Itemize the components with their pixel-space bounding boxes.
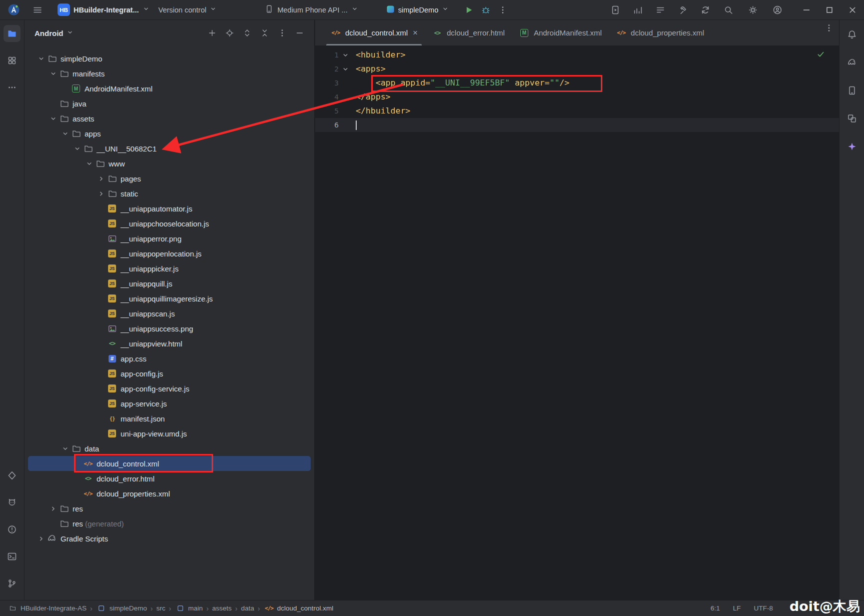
inspections-ok-icon[interactable] <box>816 50 825 60</box>
project-widget[interactable]: HB HBuilder-Integrat... <box>53 2 154 18</box>
device-manager-icon[interactable] <box>843 82 860 99</box>
chevron-collapsed-icon[interactable] <box>48 504 59 514</box>
chevron-expanded-icon[interactable] <box>48 68 59 79</box>
tree-item-res[interactable]: res <box>28 501 311 516</box>
tree-item-uni-50682c1[interactable]: __UNI__50682C1 <box>28 141 311 156</box>
editor-options-icon[interactable] <box>819 20 839 36</box>
locate-file-icon[interactable] <box>223 26 236 40</box>
logcat-icon[interactable] <box>653 2 668 18</box>
caret-position-widget[interactable]: 6:1 <box>710 604 720 612</box>
tree-item-uniappchooselocation-js[interactable]: JS__uniappchooselocation.js <box>28 216 311 231</box>
breadcrumb-item-src[interactable]: src <box>156 604 165 612</box>
settings-icon[interactable] <box>744 2 761 18</box>
tree-item-pages[interactable]: pages <box>28 171 311 186</box>
chevron-collapsed-icon[interactable] <box>96 174 107 184</box>
maximize-button[interactable] <box>818 0 841 20</box>
device-selector[interactable]: Medium Phone API ... <box>260 2 362 18</box>
chevron-expanded-icon[interactable] <box>60 444 71 454</box>
tab-dcloud-properties-xml[interactable]: </>dcloud_properties.xml <box>609 20 711 46</box>
fold-toggle-icon[interactable] <box>339 66 352 73</box>
running-devices-icon[interactable] <box>608 2 623 18</box>
add-icon[interactable] <box>206 26 219 40</box>
problems-icon[interactable] <box>4 521 21 538</box>
code-line-5[interactable]: 5</hbuilder> <box>315 104 839 118</box>
terminal-icon[interactable] <box>4 548 21 565</box>
chevron-expanded-icon[interactable] <box>36 54 47 64</box>
sync-project-icon[interactable] <box>698 2 713 18</box>
code-line-1[interactable]: 1<hbuilder> <box>315 48 839 62</box>
chevron-expanded-icon[interactable] <box>84 158 95 169</box>
tree-item-app-config-service-js[interactable]: JSapp-config-service.js <box>28 381 311 396</box>
run-button[interactable] <box>460 2 477 18</box>
expand-all-icon[interactable] <box>241 26 254 40</box>
tree-item-dcloud-error-html[interactable]: <>dcloud_error.html <box>28 471 311 486</box>
tree-item-uniappscan-js[interactable]: JS__uniappscan.js <box>28 306 311 321</box>
fold-toggle-icon[interactable] <box>339 52 352 59</box>
more-run-actions-icon[interactable] <box>494 2 511 18</box>
code-line-4[interactable]: 4</apps> <box>315 90 839 104</box>
tree-item-uniappquillimageresize-js[interactable]: JS__uniappquillimageresize.js <box>28 291 311 306</box>
code-line-6[interactable]: 6 <box>315 118 839 132</box>
tree-item-www[interactable]: www <box>28 156 311 171</box>
project-view-selector[interactable]: Android <box>32 27 77 40</box>
tree-item-uniappautomator-js[interactable]: JS__uniappautomator.js <box>28 201 311 216</box>
tree-item-dcloud-properties-xml[interactable]: </>dcloud_properties.xml <box>28 486 311 501</box>
breadcrumb-item-hbuilder-integrate-as[interactable]: HBuilder-Integrate-AS <box>7 604 87 612</box>
breadcrumb-item-main[interactable]: main <box>175 604 203 612</box>
chevron-expanded-icon[interactable] <box>48 114 59 124</box>
tree-item-uni-app-view-umd-js[interactable]: JSuni-app-view.umd.js <box>28 426 311 441</box>
chevron-expanded-icon[interactable] <box>60 128 71 139</box>
gradle-icon[interactable] <box>843 54 860 71</box>
code-editor[interactable]: 1<hbuilder>2<apps>3 <app appid="__UNI__9… <box>315 46 839 132</box>
tab-androidmanifest-xml[interactable]: MAndroidManifest.xml <box>512 20 609 46</box>
tab-dcloud-control-xml[interactable]: </>dcloud_control.xml× <box>323 20 425 46</box>
line-separator-widget[interactable]: LF <box>733 604 741 612</box>
collapse-all-icon[interactable] <box>258 26 271 40</box>
tree-item-uniapperror-png[interactable]: __uniapperror.png <box>28 231 311 246</box>
encoding-widget[interactable]: UTF-8 <box>754 604 773 612</box>
code-line-2[interactable]: 2<apps> <box>315 62 839 76</box>
tree-item-res-generated[interactable]: res (generated) <box>28 516 311 531</box>
panel-options-icon[interactable] <box>276 26 289 40</box>
gemini-icon[interactable] <box>843 138 860 155</box>
tree-item-java[interactable]: java <box>28 96 311 111</box>
more-tool-windows-icon[interactable] <box>4 79 21 96</box>
hide-panel-icon[interactable] <box>293 26 306 40</box>
tree-item-simpledemo[interactable]: simpleDemo <box>28 51 311 66</box>
chevron-expanded-icon[interactable] <box>72 144 83 154</box>
tree-item-assets[interactable]: assets <box>28 111 311 126</box>
breadcrumb-item-assets[interactable]: assets <box>212 604 232 612</box>
app-quality-insights-icon[interactable] <box>4 467 21 484</box>
tree-item-data[interactable]: data <box>28 441 311 456</box>
minimize-button[interactable] <box>795 0 818 20</box>
tree-item-uniappview-html[interactable]: <>__uniappview.html <box>28 336 311 351</box>
debug-button[interactable] <box>477 2 494 18</box>
chevron-collapsed-icon[interactable] <box>36 534 47 544</box>
app-inspection-icon[interactable] <box>843 110 860 127</box>
tree-item-app-config-js[interactable]: JSapp-config.js <box>28 366 311 381</box>
main-menu-icon[interactable] <box>29 2 46 18</box>
breadcrumb-item-dcloud-control-xml[interactable]: </>dcloud_control.xml <box>264 604 334 612</box>
code-line-3[interactable]: 3 <app appid="__UNI__99EF5BF" appver=""/… <box>315 76 839 90</box>
breadcrumb-item-data[interactable]: data <box>241 604 254 612</box>
build-icon[interactable] <box>675 2 690 18</box>
close-button[interactable] <box>841 0 864 20</box>
tree-item-uniapppicker-js[interactable]: JS__uniapppicker.js <box>28 261 311 276</box>
tree-item-app-service-js[interactable]: JSapp-service.js <box>28 396 311 411</box>
tree-item-app-css[interactable]: #app.css <box>28 351 311 366</box>
notifications-icon[interactable] <box>843 26 860 43</box>
tree-item-uniappquill-js[interactable]: JS__uniappquill.js <box>28 276 311 291</box>
tree-item-manifest-json[interactable]: { }manifest.json <box>28 411 311 426</box>
tree-item-gradle-scripts[interactable]: Gradle Scripts <box>28 531 311 546</box>
tree-item-apps[interactable]: apps <box>28 126 311 141</box>
close-tab-icon[interactable]: × <box>413 28 418 37</box>
tree-item-uniappopenlocation-js[interactable]: JS__uniappopenlocation.js <box>28 246 311 261</box>
logcat-tool-icon[interactable] <box>4 494 21 511</box>
tree-item-manifests[interactable]: manifests <box>28 66 311 81</box>
tab-dcloud-error-html[interactable]: <>dcloud_error.html <box>425 20 512 46</box>
profiler-icon[interactable] <box>630 2 645 18</box>
avatar[interactable] <box>769 2 786 18</box>
version-control-widget[interactable]: Version control <box>154 2 222 18</box>
project-tool-icon[interactable] <box>4 25 21 42</box>
resource-manager-icon[interactable] <box>4 52 21 69</box>
